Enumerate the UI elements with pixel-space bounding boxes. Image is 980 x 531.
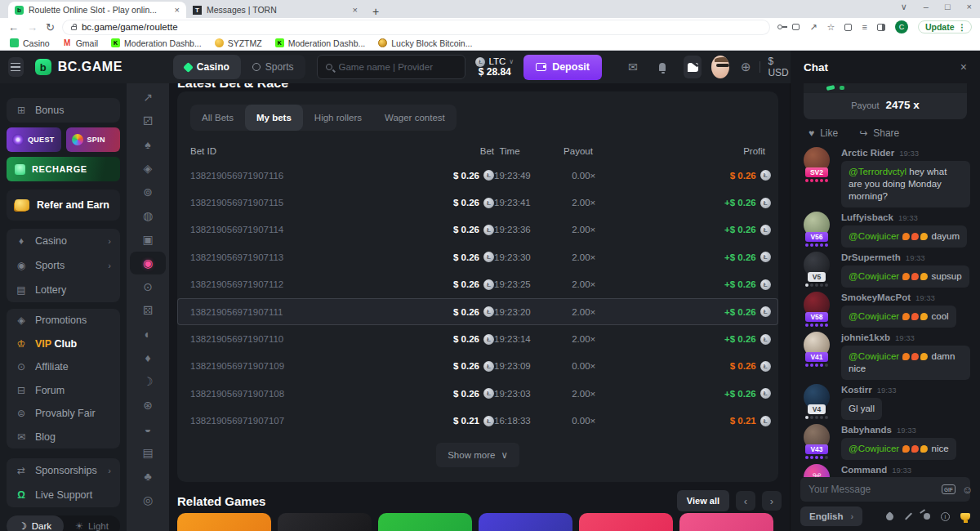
message-input[interactable] [808,484,935,495]
install-icon[interactable] [792,24,800,30]
tab-sports[interactable]: Sports [241,55,305,79]
rail-icon-keno[interactable]: ⚄ [130,299,166,322]
bookmark-item[interactable]: SYZTMZ [215,38,262,48]
rail-icon-dice[interactable]: ⚂ [130,109,166,132]
bookmark-item[interactable]: Casino [10,38,50,48]
rail-icon-mine[interactable]: ♦ [130,346,166,369]
chat-username[interactable]: Command [841,465,887,475]
bookmark-star-icon[interactable]: ☆ [827,22,835,33]
notifications-bell-icon[interactable] [659,63,666,71]
bet-table-row[interactable]: 138219056971907108 $ 0.26Ł 19:23:03 2.00… [177,380,778,407]
rail-icon-wheel[interactable]: ◐ [130,323,166,346]
sidebar-item-sports[interactable]: ◉ Sports › [7,253,120,278]
rail-icon-cards[interactable]: ♠ [130,133,166,156]
theme-dark-button[interactable]: ☽ Dark [7,515,64,531]
theme-light-button[interactable]: ☀ Light [64,515,121,531]
sidebar-item-blog[interactable]: ✉ Blog [7,426,120,449]
reload-icon[interactable]: ↻ [46,21,55,33]
sidebar-item-provably-fair[interactable]: ⊜ Provably Fair [7,402,120,426]
bookmark-item[interactable]: K Moderation Dashb... [275,38,366,48]
bookmark-item[interactable]: M Gmail [63,38,98,48]
mail-icon[interactable]: ✉ [628,60,638,74]
rail-icon-target[interactable]: ◎ [130,489,166,511]
sidebar-item-vip-club[interactable]: ♔ VIP Club [7,332,120,356]
rain-icon[interactable] [884,511,895,522]
browser-tab-torn[interactable]: T Messages | TORN × [186,2,364,18]
quest-button[interactable]: QUEST [7,127,61,152]
mention[interactable]: @Cowjuicer [849,444,899,453]
mention[interactable]: @Terrordvctyl [849,167,906,176]
refer-and-earn-button[interactable]: Refer and Earn [7,190,120,221]
game-tile-red[interactable] [579,513,673,531]
sidebar-item-casino[interactable]: ♦ Casino › [7,229,120,253]
chat-scroll-area[interactable]: Payout 2475 x ♥Like ↪Share SV2 Arctic Ri… [791,83,980,477]
sidebar-item-forum[interactable]: ⊟ Forum [7,379,120,403]
chat-language-button[interactable]: English › [800,506,862,526]
new-tab-button[interactable]: + [372,5,379,18]
rail-icon-limbo[interactable]: ⊙ [130,275,166,298]
back-icon[interactable]: ← [8,21,19,33]
chat-username[interactable]: SmokeyMacPot [841,292,911,302]
like-button[interactable]: ♥Like [808,127,838,139]
chat-username[interactable]: Babyhands [841,425,892,435]
bet-table-row[interactable]: 138219056971907115 $ 0.26Ł 19:23:41 2.00… [177,189,778,216]
share-button[interactable]: ↪Share [859,127,899,139]
bet-table-row[interactable]: 138219056971907110 $ 0.26Ł 19:23:14 2.00… [177,325,778,352]
chat-toggle-button[interactable] [684,56,702,78]
chat-username[interactable]: Arctic Rider [841,148,894,158]
rail-icon-frame[interactable]: ▣ [130,228,166,251]
chat-username[interactable]: Luffyisback [841,212,893,222]
game-search[interactable] [317,55,466,79]
bet-table-row[interactable]: 138219056971907116 $ 0.26Ł 19:23:49 0.00… [177,162,778,189]
bcgame-logo[interactable]: b BC.GAME [35,59,122,75]
reading-list-icon[interactable]: ≡ [862,22,866,32]
spin-button[interactable]: SPIN [66,127,121,152]
share-icon[interactable]: ↗ [809,22,817,33]
hamburger-menu-icon[interactable] [8,57,24,77]
url-text[interactable]: bc.game/game/roulette [82,22,761,32]
rail-icon-bomb[interactable]: ◍ [130,204,166,227]
game-tile-joker[interactable] [278,513,372,531]
bet-table-row[interactable]: 138219056971907111 $ 0.26Ł 19:23:20 2.00… [177,298,778,325]
rail-icon-gems[interactable]: ◈ [130,157,166,180]
gif-icon[interactable]: GIF [942,484,956,494]
bookmark-item[interactable]: K Moderation Dashb... [111,38,202,48]
deposit-button[interactable]: Deposit [523,55,602,80]
chat-avatar[interactable]: ⌘ [804,464,830,477]
show-more-button[interactable]: Show more ∨ [436,443,519,467]
sidebar-item-live-support[interactable]: Ω Live Support [7,483,120,507]
game-tile-green[interactable] [378,513,472,531]
address-bar[interactable]: bc.game/game/roulette [63,20,769,34]
bets-tab-all-bets[interactable]: All Bets [190,105,245,131]
sidebar-item-lottery[interactable]: ▤ Lottery [7,278,120,302]
bookmark-item[interactable]: Lucky Block Bitcoin... [378,38,472,48]
tab-close-icon[interactable]: × [175,5,180,15]
browser-tab-roulette[interactable]: b Roulette Online Slot - Play onlin... × [8,2,186,18]
chat-username[interactable]: johnie1kxb [841,332,890,342]
carousel-next-icon[interactable]: › [762,491,782,511]
bets-tab-high-rollers[interactable]: High rollers [303,105,373,131]
rail-icon-coinflip[interactable]: ⊚ [130,181,166,203]
rail-icon-slots[interactable]: ▤ [130,441,166,464]
chat-input[interactable]: GIF ☺ [800,477,970,502]
game-tile-blue[interactable] [479,513,572,531]
mention[interactable]: @Cowjuicer [849,231,899,241]
view-all-button[interactable]: View all [677,490,729,511]
mention[interactable]: @Cowjuicer [849,311,899,321]
bonus-card[interactable]: ⊞ Bonus [7,98,120,123]
chat-username[interactable]: Kostirr [841,385,872,395]
chat-close-icon[interactable]: × [960,60,967,74]
fiat-currency-label[interactable]: $ USD [768,56,791,78]
tab-casino[interactable]: Casino [173,55,241,79]
game-tile-orange[interactable] [177,513,271,531]
search-input[interactable] [339,62,457,72]
mention[interactable]: @Cowjuicer [849,271,899,281]
emoji-icon[interactable]: ☺ [962,484,973,496]
mention[interactable]: @Cowjuicer [849,351,899,361]
rail-icon-plinko[interactable]: ⊛ [130,394,166,417]
side-panel-icon[interactable] [877,24,885,31]
chat-username[interactable]: DrSupermeth [841,252,901,262]
bet-table-row[interactable]: 138219056971907114 $ 0.26Ł 19:23:36 2.00… [177,216,778,243]
close-button[interactable]: × [967,2,972,12]
language-globe-icon[interactable]: ⊕ [741,60,751,74]
